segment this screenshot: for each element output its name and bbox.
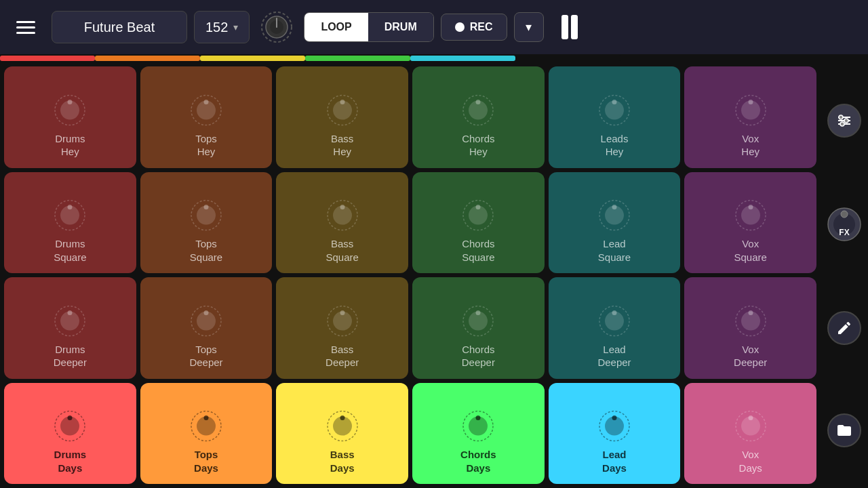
loop-drum-toggle[interactable]: LOOP DRUM bbox=[304, 12, 433, 42]
pad-1-2[interactable]: Bass Square bbox=[276, 172, 408, 274]
pad-2-3[interactable]: Chords Deeper bbox=[412, 277, 545, 379]
pad-label: Tops Deeper bbox=[189, 343, 222, 369]
pad-label: Lead Square bbox=[598, 237, 631, 264]
pad-label: Tops Hey bbox=[195, 132, 217, 159]
pad-0-4[interactable]: Leads Hey bbox=[549, 66, 681, 168]
pad-knob bbox=[52, 198, 87, 236]
pad-0-2[interactable]: Bass Hey bbox=[276, 66, 408, 168]
color-bar-5 bbox=[515, 56, 620, 61]
color-bar-4 bbox=[410, 56, 515, 61]
pad-3-3[interactable]: Chords Days bbox=[412, 383, 545, 485]
pad-knob bbox=[189, 92, 224, 130]
master-knob[interactable] bbox=[256, 7, 297, 47]
pad-knob bbox=[325, 92, 360, 130]
pad-0-5[interactable]: Vox Hey bbox=[684, 66, 816, 168]
eq-button[interactable] bbox=[827, 104, 861, 138]
svg-point-27 bbox=[203, 205, 208, 209]
pad-label: Vox Deeper bbox=[734, 343, 767, 369]
pad-3-0[interactable]: Drums Days bbox=[4, 383, 136, 485]
pad-label: Lead Deeper bbox=[597, 343, 631, 369]
pad-knob bbox=[460, 92, 496, 130]
chevron-down-icon: ▾ bbox=[526, 20, 532, 35]
svg-point-60 bbox=[68, 415, 73, 420]
svg-point-51 bbox=[476, 310, 481, 315]
pad-1-5[interactable]: Vox Square bbox=[684, 172, 816, 274]
pause-bar-right bbox=[571, 15, 578, 39]
pad-0-3[interactable]: Chords Hey bbox=[412, 66, 545, 168]
svg-point-45 bbox=[203, 310, 208, 315]
pad-knob bbox=[52, 303, 87, 341]
menu-button[interactable] bbox=[7, 8, 45, 46]
track-color-bars bbox=[0, 54, 868, 62]
pad-knob bbox=[189, 303, 224, 341]
pad-knob bbox=[189, 409, 224, 447]
svg-point-30 bbox=[340, 205, 344, 209]
pad-1-0[interactable]: Drums Square bbox=[4, 172, 136, 274]
svg-point-72 bbox=[612, 415, 616, 420]
folder-button[interactable] bbox=[827, 413, 861, 447]
pad-label: Vox Square bbox=[734, 237, 766, 264]
pad-0-0[interactable]: Drums Hey bbox=[4, 66, 136, 168]
loop-button[interactable]: LOOP bbox=[304, 13, 368, 41]
pad-knob bbox=[733, 92, 768, 130]
svg-point-54 bbox=[612, 310, 616, 315]
pad-2-0[interactable]: Drums Deeper bbox=[4, 277, 136, 379]
pad-knob bbox=[52, 409, 87, 447]
pad-knob bbox=[460, 409, 496, 447]
svg-point-21 bbox=[748, 100, 753, 104]
pause-button[interactable] bbox=[551, 8, 589, 46]
fx-knob-container[interactable]: FX bbox=[826, 206, 863, 243]
pad-0-1[interactable]: Tops Hey bbox=[140, 66, 273, 168]
pad-label: Drums Days bbox=[54, 448, 87, 474]
pad-label: Bass Days bbox=[330, 448, 355, 474]
right-sidebar: FX bbox=[821, 62, 868, 488]
pad-3-4[interactable]: Lead Days bbox=[549, 383, 681, 485]
pad-knob bbox=[733, 198, 768, 236]
pad-3-1[interactable]: Tops Days bbox=[140, 383, 273, 485]
pad-2-5[interactable]: Vox Deeper bbox=[684, 277, 816, 379]
pad-knob bbox=[597, 409, 632, 447]
svg-point-48 bbox=[340, 310, 344, 315]
svg-point-42 bbox=[68, 310, 73, 315]
pad-knob bbox=[325, 198, 360, 236]
pad-1-1[interactable]: Tops Square bbox=[140, 172, 273, 274]
drum-button[interactable]: DRUM bbox=[368, 13, 433, 41]
pad-label: Chords Days bbox=[460, 448, 496, 474]
pad-grid: Drums Hey Tops Hey Bass Hey Chords Hey bbox=[0, 62, 821, 488]
pad-3-5[interactable]: Vox Days bbox=[684, 383, 816, 485]
pad-label: Bass Square bbox=[326, 237, 358, 264]
main-area: Drums Hey Tops Hey Bass Hey Chords Hey bbox=[0, 62, 868, 488]
svg-point-6 bbox=[68, 100, 73, 104]
pad-2-1[interactable]: Tops Deeper bbox=[140, 277, 273, 379]
svg-point-57 bbox=[748, 310, 753, 315]
pad-2-4[interactable]: Lead Deeper bbox=[549, 277, 681, 379]
pad-label: Bass Hey bbox=[331, 132, 353, 159]
pad-knob bbox=[460, 303, 496, 341]
svg-point-66 bbox=[340, 415, 344, 420]
svg-point-84 bbox=[841, 211, 848, 218]
bpm-selector[interactable]: 152 ▾ bbox=[194, 11, 250, 43]
pad-label: Drums Square bbox=[54, 237, 86, 264]
pad-knob bbox=[597, 303, 632, 341]
pad-1-3[interactable]: Chords Square bbox=[412, 172, 545, 274]
pad-knob bbox=[597, 198, 632, 236]
color-bar-2 bbox=[200, 56, 305, 61]
pad-label: Lead Days bbox=[602, 448, 627, 474]
rec-button[interactable]: REC bbox=[441, 14, 507, 41]
pad-3-2[interactable]: Bass Days bbox=[276, 383, 408, 485]
menu-line-3 bbox=[16, 32, 35, 34]
dropdown-button[interactable]: ▾ bbox=[514, 12, 544, 42]
pad-1-4[interactable]: Lead Square bbox=[549, 172, 681, 274]
svg-point-81 bbox=[840, 122, 844, 126]
pad-label: Tops Days bbox=[194, 448, 218, 474]
svg-point-63 bbox=[203, 415, 208, 420]
color-bar-0 bbox=[0, 56, 95, 61]
svg-point-79 bbox=[839, 115, 843, 119]
pad-2-2[interactable]: Bass Deeper bbox=[276, 277, 408, 379]
edit-button[interactable] bbox=[827, 311, 861, 345]
menu-line-1 bbox=[16, 21, 35, 23]
svg-point-24 bbox=[68, 205, 73, 209]
pad-label: Tops Square bbox=[190, 237, 222, 264]
menu-line-2 bbox=[16, 26, 35, 28]
project-title[interactable]: Future Beat bbox=[52, 11, 187, 43]
